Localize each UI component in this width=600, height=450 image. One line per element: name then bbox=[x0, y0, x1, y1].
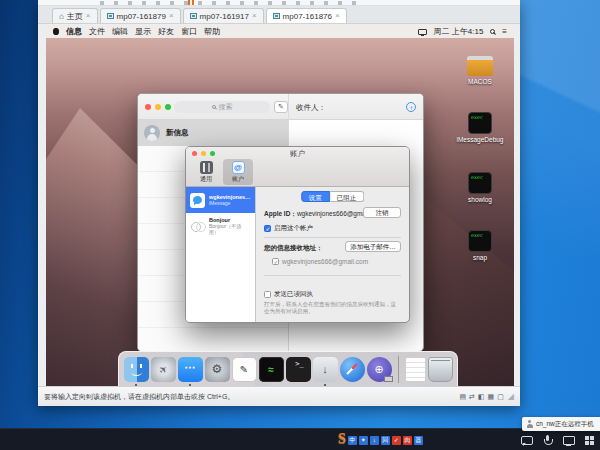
read-receipts-checkbox[interactable] bbox=[264, 291, 271, 298]
menu-messages[interactable]: 信息 bbox=[66, 26, 82, 37]
tab-vm1[interactable]: mp07-161879 × bbox=[100, 8, 181, 23]
accounts-preferences-window: 账户 通用 @ 账户 bbox=[185, 146, 410, 323]
tab-vm2[interactable]: mp07-161917 × bbox=[183, 8, 264, 23]
close-icon[interactable]: × bbox=[86, 12, 91, 20]
screen-icon[interactable] bbox=[563, 435, 574, 446]
close-icon[interactable]: × bbox=[252, 12, 257, 20]
close-button[interactable] bbox=[145, 104, 151, 110]
dock-separator bbox=[398, 356, 399, 383]
resize-grip[interactable]: ◢ bbox=[508, 392, 514, 401]
close-icon[interactable]: × bbox=[335, 12, 340, 20]
preferences-toolbar: 通用 @ 账户 bbox=[191, 159, 253, 185]
apps-grid-icon[interactable] bbox=[584, 435, 595, 446]
display-menu-icon[interactable] bbox=[418, 29, 427, 35]
enable-account-checkbox[interactable] bbox=[264, 225, 271, 232]
desktop-icon-label: iMessageDebug bbox=[457, 136, 504, 143]
imessage-icon bbox=[190, 193, 205, 208]
close-icon[interactable]: × bbox=[169, 12, 174, 20]
vm-icon bbox=[190, 13, 197, 19]
desktop-icon-macos[interactable]: MACOS bbox=[452, 56, 508, 85]
dock: ✈ ⋯ ⚙ ✎ ≈ >_ ↓ ⊕ bbox=[118, 351, 458, 386]
screen-sharing-icon[interactable]: ⊕ bbox=[367, 357, 392, 382]
account-type: Bonjour（不适用） bbox=[209, 223, 251, 235]
add-recipient-button[interactable]: ＋ bbox=[406, 102, 416, 112]
desktop-icon-showlog[interactable]: exec showlog bbox=[452, 172, 508, 203]
menu-bar-clock[interactable]: 周二 上午4:15 bbox=[434, 26, 484, 37]
toolbar-item-accounts[interactable]: @ 账户 bbox=[223, 159, 253, 185]
minimize-button[interactable] bbox=[155, 104, 161, 110]
bubble-dots-glyph: ⋯ bbox=[185, 361, 196, 374]
remote-session-toast[interactable]: cn_nw正在远程手机 bbox=[522, 417, 600, 431]
cd-icon[interactable]: ▢ bbox=[497, 393, 504, 401]
menu-view[interactable]: 显示 bbox=[135, 26, 151, 37]
bonjour-icon bbox=[190, 219, 205, 234]
account-row-imessage[interactable]: wgkevinjones666@… iMessage bbox=[186, 187, 255, 213]
toolbar-item-general[interactable]: 通用 bbox=[191, 159, 221, 185]
tab-blocked[interactable]: 已阻止 bbox=[330, 191, 365, 202]
windows-desktop: ⌂ 主页 × mp07-161879 × mp07-161917 × mp07-… bbox=[0, 0, 600, 450]
apple-id-label: Apple ID： bbox=[264, 210, 297, 217]
search-icon bbox=[212, 105, 216, 109]
mini-display bbox=[384, 376, 393, 382]
notification-center-icon[interactable]: ≡ bbox=[502, 27, 507, 36]
desktop-icon-snap[interactable]: exec snap bbox=[452, 230, 508, 261]
traffic-lights bbox=[145, 104, 171, 110]
exec-label: exec bbox=[471, 114, 483, 120]
sign-out-button[interactable]: 注销 bbox=[363, 207, 401, 218]
messages-dock-icon[interactable]: ⋯ bbox=[178, 357, 203, 382]
desktop-icon-label: showlog bbox=[468, 196, 492, 203]
toolbar-label: 账户 bbox=[232, 175, 244, 184]
account-row-bonjour[interactable]: Bonjour Bonjour（不适用） bbox=[186, 213, 255, 239]
menu-window[interactable]: 窗口 bbox=[181, 26, 197, 37]
windows-taskbar[interactable] bbox=[0, 428, 600, 450]
trash-icon[interactable] bbox=[428, 357, 453, 382]
compose-button[interactable]: ✎ bbox=[274, 101, 288, 113]
compass-needle bbox=[346, 363, 357, 374]
sound-icon[interactable]: ◧ bbox=[478, 393, 485, 401]
address-checkbox[interactable] bbox=[272, 258, 279, 265]
address-row: wgkevinjones666@gmail.com bbox=[272, 258, 368, 265]
system-preferences-icon[interactable]: ⚙ bbox=[205, 357, 230, 382]
vm-icon bbox=[107, 13, 114, 19]
tab-settings[interactable]: 设置 bbox=[301, 191, 330, 202]
document-file-icon[interactable] bbox=[405, 357, 426, 382]
watermark-glyph: ✓ bbox=[392, 436, 401, 445]
terminal-icon[interactable]: >_ bbox=[286, 357, 311, 382]
watermark-glyph: 中 bbox=[348, 436, 357, 445]
menu-edit[interactable]: 编辑 bbox=[112, 26, 128, 37]
list-item-new-message[interactable]: 新信息 bbox=[138, 120, 288, 146]
tab-vm3-active[interactable]: mp07-161876 × bbox=[266, 8, 347, 23]
pause-icon[interactable] bbox=[188, 0, 195, 5]
tab-home[interactable]: ⌂ 主页 × bbox=[52, 8, 98, 23]
network-icon[interactable]: ⇄ bbox=[469, 393, 475, 401]
console-app-icon[interactable]: ≈ bbox=[259, 357, 284, 382]
toast-text: cn_nw正在远程手机 bbox=[536, 420, 594, 429]
watermark-glyph: 回 bbox=[381, 436, 390, 445]
hdd-icon[interactable]: ▤ bbox=[459, 393, 466, 401]
usb-icon[interactable]: ▦ bbox=[488, 393, 495, 401]
tab-vm1-label: mp07-161879 bbox=[117, 12, 166, 21]
finder-icon[interactable] bbox=[124, 357, 149, 382]
window-title: 账户 bbox=[186, 149, 409, 159]
watermark-logo: S bbox=[338, 433, 346, 445]
menu-file[interactable]: 文件 bbox=[89, 26, 105, 37]
drive-icon bbox=[467, 56, 493, 76]
zoom-button[interactable] bbox=[165, 104, 171, 110]
menu-help[interactable]: 帮助 bbox=[204, 26, 220, 37]
down-arrow-glyph: ↓ bbox=[322, 363, 328, 375]
installer-stack-icon[interactable]: ↓ bbox=[313, 357, 338, 382]
safari-icon[interactable] bbox=[340, 357, 365, 382]
desktop-icon-imessagedebug[interactable]: exec iMessageDebug bbox=[452, 112, 508, 143]
chat-icon[interactable] bbox=[521, 435, 532, 446]
address-value: wgkevinjones666@gmail.com bbox=[282, 258, 368, 265]
search-input[interactable]: 搜索 bbox=[174, 101, 270, 113]
spotlight-search-icon[interactable] bbox=[490, 29, 495, 34]
microphone-icon[interactable] bbox=[542, 435, 553, 446]
apple-menu-icon[interactable] bbox=[53, 28, 59, 35]
textedit-icon[interactable]: ✎ bbox=[232, 357, 257, 382]
watermark-glyph: ✦ bbox=[359, 436, 368, 445]
launchpad-icon[interactable]: ✈ bbox=[151, 357, 176, 382]
macos-menu-bar: 信息 文件 编辑 显示 好友 窗口 帮助 周二 上午4:15 ≡ bbox=[46, 25, 514, 38]
add-email-button[interactable]: 添加电子邮件… bbox=[345, 241, 401, 252]
menu-buddies[interactable]: 好友 bbox=[158, 26, 174, 37]
